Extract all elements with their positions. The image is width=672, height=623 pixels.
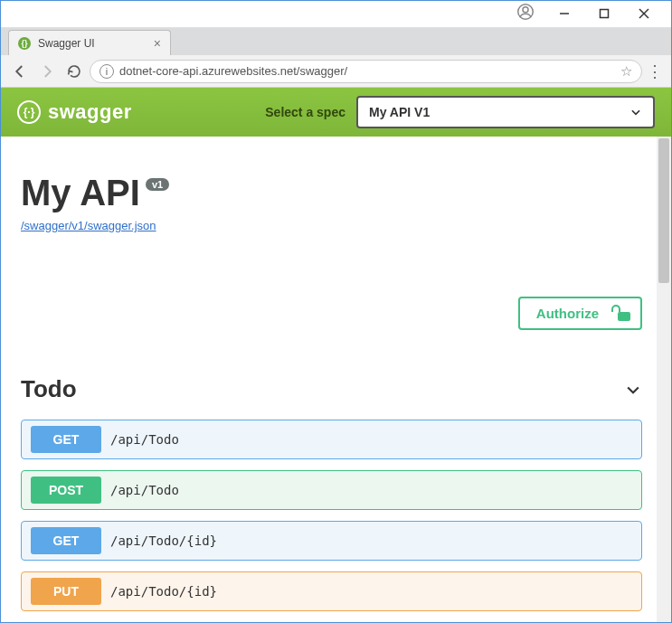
browser-toolbar: i dotnet-core-api.azurewebsites.net/swag… [1, 55, 671, 88]
spec-url-link[interactable]: /swagger/v1/swagger.json [21, 219, 156, 232]
operation-path: /api/Todo [110, 432, 179, 447]
authorize-label: Authorize [536, 306, 599, 321]
user-icon[interactable] [517, 4, 534, 24]
operation-row[interactable]: POST/api/Todo [21, 470, 642, 510]
swagger-logo-icon: {·} [17, 100, 41, 124]
swagger-page: My API v1 /swagger/v1/swagger.json Autho… [1, 137, 671, 623]
swagger-topbar: {·} swagger Select a spec My API V1 [1, 88, 671, 137]
spec-dropdown[interactable]: My API V1 [356, 96, 655, 128]
http-method-badge: POST [31, 477, 101, 504]
operation-row[interactable]: GET/api/Todo [21, 420, 642, 459]
back-button[interactable] [8, 60, 32, 83]
window-close-button[interactable] [624, 7, 664, 22]
scrollbar-thumb[interactable] [658, 138, 669, 283]
swagger-favicon-icon: {} [18, 37, 31, 50]
http-method-badge: GET [31, 426, 101, 453]
http-method-badge: PUT [31, 578, 101, 605]
operation-path: /api/Todo/{id} [110, 584, 217, 599]
operation-path: /api/Todo [110, 483, 179, 497]
reload-button[interactable] [62, 60, 86, 83]
url-text: dotnet-core-api.azurewebsites.net/swagge… [119, 64, 615, 78]
tab-title: Swagger UI [38, 37, 95, 50]
bookmark-star-icon[interactable]: ☆ [620, 63, 632, 80]
swagger-logo: {·} swagger [17, 100, 132, 124]
browser-tabstrip: {} Swagger UI × [1, 28, 671, 55]
operations-list: GET/api/TodoPOST/api/TodoGET/api/Todo/{i… [21, 420, 651, 611]
site-info-icon[interactable]: i [99, 64, 114, 79]
authorize-button[interactable]: Authorize [518, 297, 642, 330]
browser-menu-button[interactable]: ⋮ [646, 61, 664, 81]
chevron-down-icon [629, 106, 642, 118]
select-spec-label: Select a spec [265, 105, 345, 119]
address-bar[interactable]: i dotnet-core-api.azurewebsites.net/swag… [90, 60, 642, 83]
svg-point-1 [523, 7, 528, 13]
lock-open-icon [611, 307, 624, 321]
scrollbar-track[interactable] [657, 137, 671, 623]
tab-close-icon[interactable]: × [154, 36, 161, 51]
forward-button[interactable] [35, 60, 59, 83]
api-version-badge: v1 [146, 178, 169, 191]
operation-row[interactable]: PUT/api/Todo/{id} [21, 571, 642, 611]
spec-dropdown-value: My API V1 [369, 105, 430, 119]
svg-rect-3 [601, 9, 609, 17]
window-minimize-button[interactable] [544, 7, 584, 22]
operation-path: /api/Todo/{id} [110, 533, 217, 548]
tag-header[interactable]: Todo [21, 375, 651, 403]
chevron-down-icon [624, 381, 642, 399]
http-method-badge: GET [31, 527, 101, 554]
window-maximize-button[interactable] [584, 7, 624, 22]
browser-tab[interactable]: {} Swagger UI × [8, 30, 171, 55]
swagger-logo-text: swagger [48, 100, 132, 124]
operation-row[interactable]: GET/api/Todo/{id} [21, 521, 642, 561]
tag-name: Todo [21, 375, 77, 403]
window-titlebar [1, 1, 671, 28]
api-title: My API [21, 173, 140, 213]
